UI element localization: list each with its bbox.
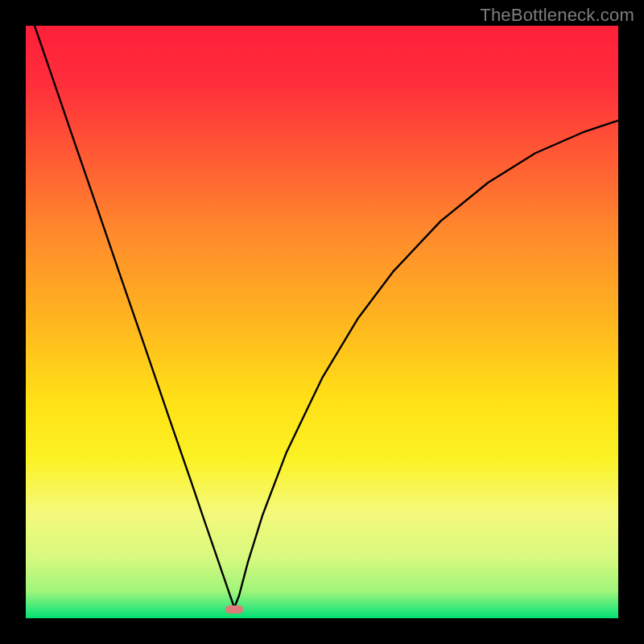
chart-frame: TheBottleneck.com [0,0,644,644]
plot-area [26,26,618,618]
bottleneck-curve [26,26,618,618]
watermark-text: TheBottleneck.com [480,5,634,26]
minimum-marker [225,605,243,613]
